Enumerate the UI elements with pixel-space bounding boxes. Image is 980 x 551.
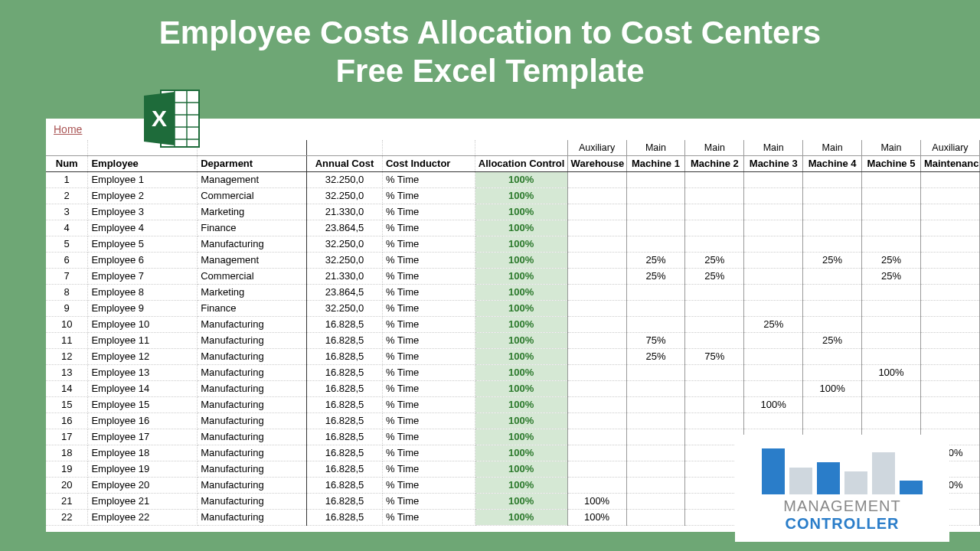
cell-cc[interactable] <box>567 171 626 187</box>
cell-num[interactable]: 17 <box>46 429 88 445</box>
cell-num[interactable]: 12 <box>46 348 88 364</box>
cell-allocation[interactable]: 100% <box>475 284 567 300</box>
cell-num[interactable]: 16 <box>46 412 88 429</box>
cell-employee[interactable]: Employee 20 <box>88 477 198 493</box>
cell-allocation[interactable]: 100% <box>475 461 567 477</box>
cell-cc[interactable] <box>744 268 803 284</box>
cell-cc[interactable] <box>567 268 626 284</box>
cell-num[interactable]: 7 <box>46 268 88 284</box>
cell-allocation[interactable]: 100% <box>475 268 567 284</box>
cell-cost[interactable]: 32.250,0 <box>307 300 383 316</box>
cell-cc[interactable] <box>626 380 685 396</box>
cell-cost[interactable]: 16.828,5 <box>307 396 383 412</box>
cell-cc[interactable] <box>626 300 685 316</box>
cell-employee[interactable]: Employee 15 <box>88 396 198 412</box>
cell-cc[interactable] <box>626 187 685 204</box>
cell-allocation[interactable]: 100% <box>475 477 567 493</box>
cell-cc[interactable] <box>920 204 979 220</box>
cell-allocation[interactable]: 100% <box>475 493 567 509</box>
cell-inductor[interactable]: % Time <box>382 509 475 525</box>
cell-num[interactable]: 3 <box>46 204 88 220</box>
cell-cost[interactable]: 23.864,5 <box>307 220 383 236</box>
cell-cc[interactable] <box>626 204 685 220</box>
cell-department[interactable]: Manufacturing <box>198 380 307 396</box>
cell-employee[interactable]: Employee 16 <box>88 412 198 429</box>
cell-allocation[interactable]: 100% <box>475 187 567 204</box>
cell-cc[interactable] <box>920 284 979 300</box>
cell-cc[interactable] <box>567 187 626 204</box>
cell-cc[interactable] <box>567 396 626 412</box>
cell-employee[interactable]: Employee 1 <box>88 171 198 187</box>
cell-cc[interactable] <box>803 348 862 364</box>
cell-employee[interactable]: Employee 8 <box>88 284 198 300</box>
cell-num[interactable]: 9 <box>46 300 88 316</box>
cell-allocation[interactable]: 100% <box>475 412 567 429</box>
cell-cc[interactable] <box>862 412 921 429</box>
cell-employee[interactable]: Employee 11 <box>88 332 198 348</box>
cell-employee[interactable]: Employee 21 <box>88 493 198 509</box>
cell-cc[interactable] <box>626 316 685 332</box>
cell-inductor[interactable]: % Time <box>382 268 475 284</box>
cell-department[interactable]: Manufacturing <box>198 461 307 477</box>
cell-cc[interactable] <box>567 461 626 477</box>
cell-cc[interactable] <box>685 332 744 348</box>
cell-department[interactable]: Manufacturing <box>198 396 307 412</box>
cell-allocation[interactable]: 100% <box>475 348 567 364</box>
cell-num[interactable]: 15 <box>46 396 88 412</box>
cell-cc[interactable] <box>567 364 626 380</box>
cell-cc[interactable]: 100% <box>567 493 626 509</box>
cell-employee[interactable]: Employee 5 <box>88 236 198 252</box>
cell-cost[interactable]: 32.250,0 <box>307 171 383 187</box>
cell-inductor[interactable]: % Time <box>382 252 475 268</box>
cell-cc[interactable] <box>803 412 862 429</box>
cell-cc[interactable]: 75% <box>626 332 685 348</box>
cell-num[interactable]: 19 <box>46 461 88 477</box>
cell-cc[interactable]: 100% <box>803 380 862 396</box>
cell-cc[interactable] <box>626 171 685 187</box>
cell-cc[interactable] <box>626 429 685 445</box>
cell-cc[interactable] <box>567 332 626 348</box>
cell-department[interactable]: Manufacturing <box>198 493 307 509</box>
cell-cc[interactable] <box>626 509 685 525</box>
cell-cc[interactable] <box>862 300 921 316</box>
cell-cc[interactable] <box>626 284 685 300</box>
cell-inductor[interactable]: % Time <box>382 461 475 477</box>
cell-cc[interactable] <box>744 300 803 316</box>
cell-cc[interactable] <box>626 461 685 477</box>
cell-allocation[interactable]: 100% <box>475 252 567 268</box>
cell-cc[interactable] <box>803 220 862 236</box>
cell-cc[interactable] <box>920 332 979 348</box>
cell-inductor[interactable]: % Time <box>382 332 475 348</box>
cell-cc[interactable] <box>920 364 979 380</box>
cell-cc[interactable]: 25% <box>685 252 744 268</box>
cell-cc[interactable] <box>744 284 803 300</box>
cell-num[interactable]: 21 <box>46 493 88 509</box>
cell-cc[interactable] <box>567 316 626 332</box>
cell-cost[interactable]: 16.828,5 <box>307 445 383 461</box>
cell-cc[interactable] <box>862 380 921 396</box>
cell-cc[interactable] <box>803 284 862 300</box>
cell-inductor[interactable]: % Time <box>382 477 475 493</box>
cell-department[interactable]: Manufacturing <box>198 429 307 445</box>
cell-cc[interactable]: 25% <box>626 348 685 364</box>
cell-cc[interactable] <box>685 236 744 252</box>
cell-cc[interactable] <box>744 364 803 380</box>
cell-cc[interactable] <box>626 220 685 236</box>
cell-cc[interactable] <box>626 493 685 509</box>
cell-allocation[interactable]: 100% <box>475 316 567 332</box>
cell-cost[interactable]: 16.828,5 <box>307 477 383 493</box>
cell-department[interactable]: Finance <box>198 220 307 236</box>
cell-cc[interactable] <box>803 204 862 220</box>
cell-allocation[interactable]: 100% <box>475 396 567 412</box>
cell-cc[interactable] <box>744 187 803 204</box>
cell-cc[interactable] <box>862 220 921 236</box>
cell-cc[interactable] <box>920 220 979 236</box>
cell-cc[interactable] <box>920 412 979 429</box>
cell-num[interactable]: 6 <box>46 252 88 268</box>
cell-cc[interactable] <box>920 268 979 284</box>
cell-inductor[interactable]: % Time <box>382 364 475 380</box>
cell-cc[interactable] <box>567 204 626 220</box>
cell-cost[interactable]: 32.250,0 <box>307 187 383 204</box>
cell-inductor[interactable]: % Time <box>382 187 475 204</box>
cell-inductor[interactable]: % Time <box>382 171 475 187</box>
